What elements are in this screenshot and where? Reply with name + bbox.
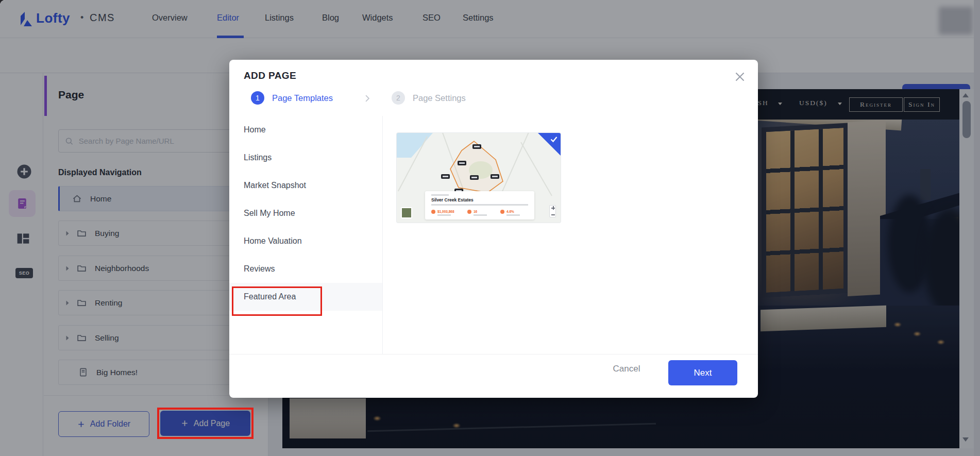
cancel-button[interactable]: Cancel — [606, 364, 647, 374]
homes-icon — [467, 210, 471, 214]
map-price-marker — [458, 161, 466, 165]
next-label: Next — [694, 368, 712, 378]
step-chevron-icon — [364, 95, 370, 102]
thumbnail-desc-line — [431, 204, 528, 206]
step-2-label: Page Settings — [413, 93, 466, 103]
stat-value: 4.6% — [506, 210, 520, 213]
stat-value: $1,003,868 — [437, 210, 454, 213]
cms-app: Lofty • CMS Overview Editor Listings Blo… — [0, 0, 980, 456]
map-price-marker — [472, 144, 481, 149]
template-option-reviews[interactable]: Reviews — [229, 255, 382, 283]
template-option-featured-area[interactable]: Featured Area — [229, 283, 382, 311]
step-number: 2 — [396, 94, 400, 102]
template-option-home[interactable]: Home — [229, 116, 382, 144]
thumbnail-stat: 16 — [467, 210, 487, 216]
rate-icon — [500, 210, 504, 214]
add-page-modal: ADD PAGE 1 Page Templates 2 Page Setting… — [229, 60, 758, 398]
step-number: 1 — [256, 94, 260, 102]
map-price-marker — [470, 175, 479, 180]
step-1-label[interactable]: Page Templates — [272, 93, 333, 103]
map-price-marker — [441, 174, 450, 179]
template-list-divider — [382, 116, 383, 354]
template-thumbnail[interactable]: Silver Creek Estates $1,003,868 16 4.6% — [397, 133, 561, 223]
template-option-home-valuation[interactable]: Home Valuation — [229, 227, 382, 255]
thumbnail-stat: $1,003,868 — [431, 210, 454, 216]
thumbnail-stat: 4.6% — [500, 210, 520, 216]
price-icon — [431, 210, 435, 214]
step-1-circle: 1 — [251, 91, 264, 105]
stat-value: 16 — [474, 210, 487, 213]
thumbnail-meta-line — [431, 194, 449, 196]
close-icon[interactable] — [734, 71, 746, 82]
check-icon — [549, 135, 559, 143]
step-2-circle: 2 — [392, 91, 405, 105]
modal-title: ADD PAGE — [244, 70, 296, 81]
thumbnail-title: Silver Creek Estates — [431, 197, 474, 202]
template-option-listings[interactable]: Listings — [229, 144, 382, 172]
map-zoom-control — [549, 205, 556, 217]
map-price-marker — [491, 174, 499, 179]
thumbnail-info-card: Silver Creek Estates $1,003,868 16 4.6% — [425, 191, 534, 219]
next-button[interactable]: Next — [668, 360, 737, 385]
map-satellite-toggle — [401, 207, 412, 218]
template-option-sell-my-home[interactable]: Sell My Home — [229, 199, 382, 227]
template-option-market-snapshot[interactable]: Market Snapshot — [229, 172, 382, 199]
